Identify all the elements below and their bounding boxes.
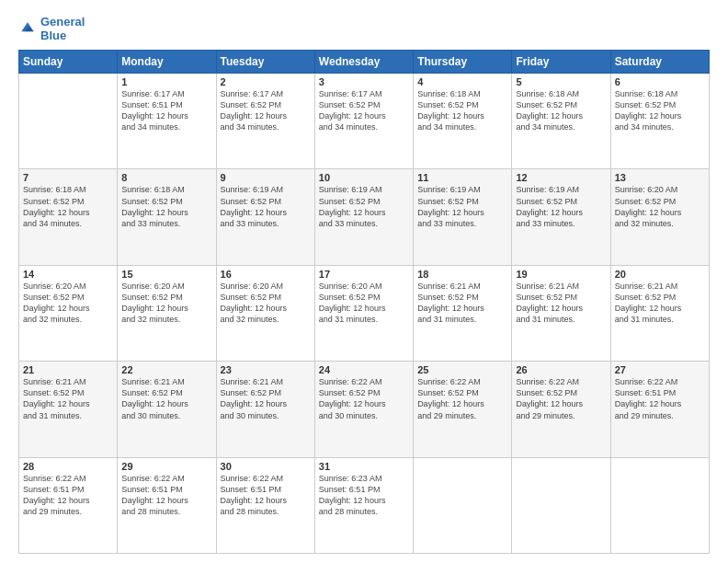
calendar-cell: 1Sunrise: 6:17 AM Sunset: 6:51 PM Daylig…: [118, 74, 216, 169]
day-number: 10: [319, 172, 409, 183]
day-info: Sunrise: 6:20 AM Sunset: 6:52 PM Dayligh…: [615, 184, 705, 229]
day-number: 8: [121, 172, 211, 183]
day-number: 13: [615, 172, 705, 183]
header-day-wednesday: Wednesday: [314, 51, 413, 74]
day-info: Sunrise: 6:19 AM Sunset: 6:52 PM Dayligh…: [516, 184, 606, 229]
calendar-cell: 2Sunrise: 6:17 AM Sunset: 6:52 PM Daylig…: [216, 74, 314, 169]
week-row-4: 28Sunrise: 6:22 AM Sunset: 6:51 PM Dayli…: [19, 457, 710, 553]
calendar-cell: 15Sunrise: 6:20 AM Sunset: 6:52 PM Dayli…: [118, 265, 216, 361]
calendar-cell: 21Sunrise: 6:21 AM Sunset: 6:52 PM Dayli…: [19, 362, 118, 457]
week-row-1: 7Sunrise: 6:18 AM Sunset: 6:52 PM Daylig…: [19, 169, 710, 265]
day-info: Sunrise: 6:17 AM Sunset: 6:52 PM Dayligh…: [221, 88, 311, 133]
day-info: Sunrise: 6:20 AM Sunset: 6:52 PM Dayligh…: [221, 281, 311, 326]
day-number: 16: [221, 269, 311, 280]
calendar-table: SundayMondayTuesdayWednesdayThursdayFrid…: [18, 50, 710, 554]
calendar-cell: [19, 74, 118, 169]
calendar-cell: 23Sunrise: 6:21 AM Sunset: 6:52 PM Dayli…: [216, 362, 314, 457]
calendar-cell: 4Sunrise: 6:18 AM Sunset: 6:52 PM Daylig…: [414, 74, 512, 169]
day-number: 11: [417, 172, 507, 183]
calendar-cell: 31Sunrise: 6:23 AM Sunset: 6:51 PM Dayli…: [314, 457, 413, 553]
calendar-cell: 3Sunrise: 6:17 AM Sunset: 6:52 PM Daylig…: [314, 74, 413, 169]
day-info: Sunrise: 6:18 AM Sunset: 6:52 PM Dayligh…: [516, 88, 606, 133]
calendar-cell: 11Sunrise: 6:19 AM Sunset: 6:52 PM Dayli…: [414, 169, 512, 265]
day-info: Sunrise: 6:21 AM Sunset: 6:52 PM Dayligh…: [23, 376, 113, 421]
calendar-cell: 7Sunrise: 6:18 AM Sunset: 6:52 PM Daylig…: [19, 169, 118, 265]
day-info: Sunrise: 6:21 AM Sunset: 6:52 PM Dayligh…: [615, 281, 705, 326]
day-info: Sunrise: 6:18 AM Sunset: 6:52 PM Dayligh…: [615, 88, 705, 133]
day-number: 3: [319, 76, 409, 87]
logo-line1: General: [40, 15, 85, 29]
calendar-cell: 24Sunrise: 6:22 AM Sunset: 6:52 PM Dayli…: [314, 362, 413, 457]
calendar-cell: 10Sunrise: 6:19 AM Sunset: 6:52 PM Dayli…: [314, 169, 413, 265]
logo-text: General Blue: [40, 15, 85, 42]
calendar-cell: 30Sunrise: 6:22 AM Sunset: 6:51 PM Dayli…: [216, 457, 314, 553]
day-number: 7: [23, 172, 113, 183]
calendar-cell: 6Sunrise: 6:18 AM Sunset: 6:52 PM Daylig…: [610, 74, 709, 169]
day-info: Sunrise: 6:22 AM Sunset: 6:51 PM Dayligh…: [121, 473, 211, 518]
header-day-sunday: Sunday: [19, 51, 118, 74]
calendar-cell: 25Sunrise: 6:22 AM Sunset: 6:52 PM Dayli…: [414, 362, 512, 457]
day-info: Sunrise: 6:22 AM Sunset: 6:51 PM Dayligh…: [221, 473, 311, 518]
day-info: Sunrise: 6:18 AM Sunset: 6:52 PM Dayligh…: [121, 184, 211, 229]
day-info: Sunrise: 6:23 AM Sunset: 6:51 PM Dayligh…: [319, 473, 409, 518]
day-info: Sunrise: 6:22 AM Sunset: 6:51 PM Dayligh…: [23, 473, 113, 518]
day-number: 30: [221, 461, 311, 472]
day-info: Sunrise: 6:22 AM Sunset: 6:51 PM Dayligh…: [615, 376, 705, 421]
day-number: 28: [23, 461, 113, 472]
calendar-cell: 8Sunrise: 6:18 AM Sunset: 6:52 PM Daylig…: [118, 169, 216, 265]
day-info: Sunrise: 6:22 AM Sunset: 6:52 PM Dayligh…: [319, 376, 409, 421]
day-info: Sunrise: 6:18 AM Sunset: 6:52 PM Dayligh…: [417, 88, 507, 133]
calendar-cell: 20Sunrise: 6:21 AM Sunset: 6:52 PM Dayli…: [610, 265, 709, 361]
header-row: SundayMondayTuesdayWednesdayThursdayFrid…: [19, 51, 710, 74]
day-info: Sunrise: 6:20 AM Sunset: 6:52 PM Dayligh…: [121, 281, 211, 326]
day-number: 4: [417, 76, 507, 87]
calendar-cell: 22Sunrise: 6:21 AM Sunset: 6:52 PM Dayli…: [118, 362, 216, 457]
header-day-saturday: Saturday: [610, 51, 709, 74]
day-number: 26: [516, 364, 606, 375]
day-info: Sunrise: 6:21 AM Sunset: 6:52 PM Dayligh…: [221, 376, 311, 421]
calendar-cell: 16Sunrise: 6:20 AM Sunset: 6:52 PM Dayli…: [216, 265, 314, 361]
day-number: 2: [221, 76, 311, 87]
day-number: 25: [417, 364, 507, 375]
day-number: 29: [121, 461, 211, 472]
day-number: 27: [615, 364, 705, 375]
day-info: Sunrise: 6:19 AM Sunset: 6:52 PM Dayligh…: [417, 184, 507, 229]
day-info: Sunrise: 6:20 AM Sunset: 6:52 PM Dayligh…: [319, 281, 409, 326]
calendar-cell: 19Sunrise: 6:21 AM Sunset: 6:52 PM Dayli…: [512, 265, 610, 361]
day-info: Sunrise: 6:21 AM Sunset: 6:52 PM Dayligh…: [516, 281, 606, 326]
calendar-cell: [414, 457, 512, 553]
calendar-cell: 5Sunrise: 6:18 AM Sunset: 6:52 PM Daylig…: [512, 74, 610, 169]
header-day-tuesday: Tuesday: [216, 51, 314, 74]
day-number: 14: [23, 269, 113, 280]
day-number: 12: [516, 172, 606, 183]
calendar-cell: 28Sunrise: 6:22 AM Sunset: 6:51 PM Dayli…: [19, 457, 118, 553]
day-number: 23: [221, 364, 311, 375]
logo-icon: [18, 19, 37, 38]
day-number: 6: [615, 76, 705, 87]
day-number: 31: [319, 461, 409, 472]
logo: General Blue: [18, 15, 85, 42]
header: General Blue: [18, 15, 710, 42]
calendar-cell: 12Sunrise: 6:19 AM Sunset: 6:52 PM Dayli…: [512, 169, 610, 265]
header-day-friday: Friday: [512, 51, 610, 74]
calendar-cell: 27Sunrise: 6:22 AM Sunset: 6:51 PM Dayli…: [610, 362, 709, 457]
day-info: Sunrise: 6:21 AM Sunset: 6:52 PM Dayligh…: [121, 376, 211, 421]
calendar-cell: [512, 457, 610, 553]
calendar-cell: 18Sunrise: 6:21 AM Sunset: 6:52 PM Dayli…: [414, 265, 512, 361]
header-day-thursday: Thursday: [414, 51, 512, 74]
calendar-cell: 13Sunrise: 6:20 AM Sunset: 6:52 PM Dayli…: [610, 169, 709, 265]
day-number: 9: [221, 172, 311, 183]
calendar-cell: [610, 457, 709, 553]
week-row-0: 1Sunrise: 6:17 AM Sunset: 6:51 PM Daylig…: [19, 74, 710, 169]
day-number: 15: [121, 269, 211, 280]
calendar-cell: 14Sunrise: 6:20 AM Sunset: 6:52 PM Dayli…: [19, 265, 118, 361]
calendar-cell: 26Sunrise: 6:22 AM Sunset: 6:52 PM Dayli…: [512, 362, 610, 457]
day-info: Sunrise: 6:22 AM Sunset: 6:52 PM Dayligh…: [516, 376, 606, 421]
day-info: Sunrise: 6:20 AM Sunset: 6:52 PM Dayligh…: [23, 281, 113, 326]
calendar-cell: 29Sunrise: 6:22 AM Sunset: 6:51 PM Dayli…: [118, 457, 216, 553]
day-number: 19: [516, 269, 606, 280]
day-info: Sunrise: 6:21 AM Sunset: 6:52 PM Dayligh…: [417, 281, 507, 326]
calendar-cell: 9Sunrise: 6:19 AM Sunset: 6:52 PM Daylig…: [216, 169, 314, 265]
logo-line2: Blue: [40, 29, 85, 42]
day-info: Sunrise: 6:19 AM Sunset: 6:52 PM Dayligh…: [319, 184, 409, 229]
